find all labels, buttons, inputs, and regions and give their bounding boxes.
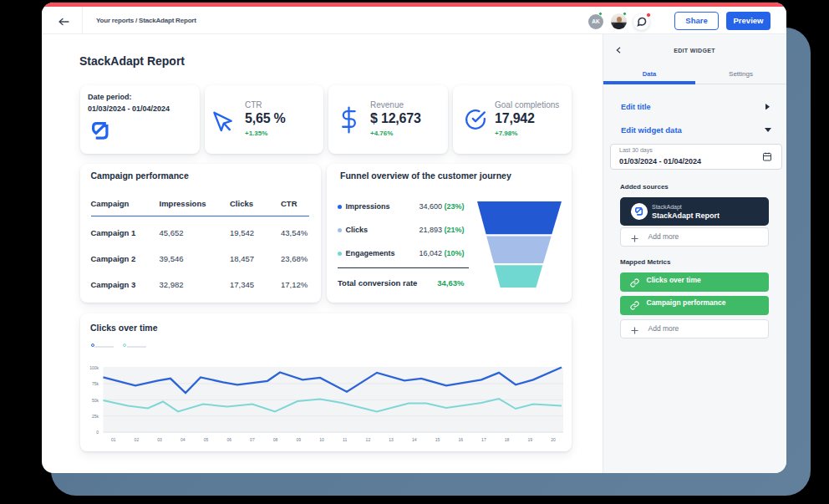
svg-text:05: 05 <box>204 437 209 442</box>
svg-text:02: 02 <box>135 437 140 442</box>
svg-text:18: 18 <box>505 437 510 442</box>
svg-text:50k: 50k <box>92 398 99 403</box>
svg-text:08: 08 <box>273 437 278 442</box>
svg-text:07: 07 <box>250 437 255 442</box>
svg-text:19: 19 <box>528 437 533 442</box>
svg-text:15: 15 <box>435 437 440 442</box>
svg-text:09: 09 <box>297 437 302 442</box>
svg-text:25k: 25k <box>92 414 99 419</box>
svg-text:75k: 75k <box>92 381 99 386</box>
svg-text:10: 10 <box>319 437 324 442</box>
svg-text:01: 01 <box>111 437 116 442</box>
svg-text:03: 03 <box>157 437 162 442</box>
svg-text:04: 04 <box>181 437 186 442</box>
svg-text:0: 0 <box>96 430 99 435</box>
svg-text:14: 14 <box>412 437 417 442</box>
svg-text:16: 16 <box>458 437 463 442</box>
svg-text:20: 20 <box>551 437 556 442</box>
svg-text:11: 11 <box>343 437 347 442</box>
svg-text:06: 06 <box>226 437 231 442</box>
svg-text:13: 13 <box>389 437 394 442</box>
svg-text:12: 12 <box>366 437 371 442</box>
svg-text:100k: 100k <box>89 365 99 370</box>
svg-text:17: 17 <box>481 437 486 442</box>
